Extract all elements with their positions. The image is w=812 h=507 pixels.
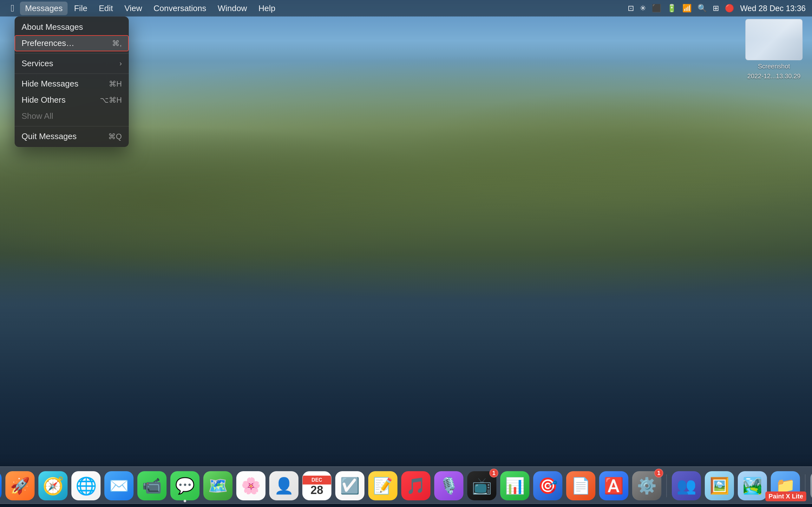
menu-services-label: Services: [21, 59, 119, 68]
menubar-conversations[interactable]: Conversations: [148, 2, 211, 15]
teams-icon: 👥: [676, 476, 696, 495]
dock-icon-keynote[interactable]: 🎯: [533, 471, 562, 500]
dock-icon-numbers[interactable]: 📊: [500, 471, 529, 500]
music-icon: 🎵: [406, 476, 426, 495]
photos2-icon: 🏞️: [743, 476, 762, 495]
appstore-icon: 🅰️: [604, 476, 623, 495]
launchpad-icon: 🚀: [10, 476, 30, 495]
menubar-left:  Messages File Edit View Conversations …: [6, 2, 281, 15]
dock-icon-finder[interactable]: 🔵: [0, 471, 2, 500]
menu-preferences-label: Preferences…: [21, 38, 112, 48]
menubar:  Messages File Edit View Conversations …: [0, 0, 812, 16]
screen-record-icon: ⊡: [628, 4, 634, 13]
mail-icon: ✉️: [109, 476, 129, 495]
menu-about-messages-label: About Messages: [21, 22, 122, 32]
menu-quit-messages-label: Quit Messages: [21, 131, 108, 141]
dock-icon-launchpad[interactable]: 🚀: [5, 471, 35, 500]
menu-preferences[interactable]: Preferences… ⌘,: [14, 35, 129, 51]
photos-icon: 🌸: [241, 476, 261, 495]
dock-icon-teams[interactable]: 👥: [672, 471, 701, 500]
dock-icon-calendar[interactable]: DEC 28: [302, 471, 332, 500]
menubar-view[interactable]: View: [119, 2, 147, 15]
podcasts-icon: 🎙️: [439, 476, 459, 495]
appletv-icon: 📺: [472, 476, 492, 495]
dock-icon-systemprefs[interactable]: ⚙️ 1: [632, 471, 661, 500]
dock: 🔵 🚀 🧭 🌐 ✉️ 📹 💬 🗺️ 🌸 👤: [0, 466, 812, 504]
control-center-icon[interactable]: ⊞: [713, 4, 719, 13]
menu-hide-others-shortcut: ⌥⌘H: [100, 96, 122, 105]
apple-menu[interactable]: : [6, 2, 19, 15]
dock-icon-maps[interactable]: 🗺️: [203, 471, 233, 500]
dock-icon-safari[interactable]: 🧭: [38, 471, 67, 500]
screenshot-preview-image: [745, 19, 803, 60]
calendar-icon: DEC 28: [303, 471, 331, 500]
bluetooth-icon: ✳: [640, 4, 646, 13]
menu-separator-3: [14, 126, 129, 126]
menubar-messages[interactable]: Messages: [20, 2, 68, 15]
dock-container: 🔵 🚀 🧭 🌐 ✉️ 📹 💬 🗺️ 🌸 👤: [0, 466, 812, 504]
dock-icon-preview[interactable]: 🖼️: [705, 471, 734, 500]
menu-hide-messages-shortcut: ⌘H: [109, 79, 122, 89]
menu-preferences-shortcut: ⌘,: [112, 39, 122, 48]
search-icon[interactable]: 🔍: [698, 4, 707, 13]
keynote-icon: 🎯: [538, 476, 558, 495]
numbers-icon: 📊: [505, 476, 525, 495]
menubar-file[interactable]: File: [69, 2, 92, 15]
messages-icon: 💬: [175, 476, 195, 495]
dock-icon-messages[interactable]: 💬: [170, 471, 200, 500]
reminders-icon: ☑️: [340, 476, 360, 495]
dock-separator: [666, 474, 667, 497]
dock-icon-notes[interactable]: 📝: [368, 471, 397, 500]
menu-hide-others[interactable]: Hide Others ⌥⌘H: [14, 92, 129, 108]
menu-hide-messages-label: Hide Messages: [21, 79, 109, 89]
preview-icon: 🖼️: [710, 476, 729, 495]
dock-icon-contacts[interactable]: 👤: [269, 471, 299, 500]
menu-show-all-label: Show All: [21, 111, 122, 121]
paintx-label: Paint X Lite: [765, 492, 806, 501]
systemprefs-badge: 1: [654, 469, 663, 477]
battery-icon: 🔋: [667, 4, 676, 13]
menu-quit-messages[interactable]: Quit Messages ⌘Q: [14, 128, 129, 145]
screenshot-filename-label: Screenshot: [742, 63, 806, 70]
menubar-edit[interactable]: Edit: [94, 2, 118, 15]
menu-hide-others-label: Hide Others: [21, 95, 100, 105]
facetime-icon: 📹: [142, 476, 162, 495]
dock-icon-facetime[interactable]: 📹: [137, 471, 166, 500]
dock-icon-photos2[interactable]: 🏞️: [738, 471, 767, 500]
menubar-clock: Wed 28 Dec 13:36: [740, 4, 806, 13]
dock-icon-chrome[interactable]: 🌐: [71, 471, 101, 500]
menu-separator-2: [14, 73, 129, 74]
safari-icon: 🧭: [43, 476, 64, 496]
screenshot-image-inner: [746, 19, 802, 60]
menubar-right: ⊡ ✳ ⬛ 🔋 📶 🔍 ⊞ 🔴 Wed 28 Dec 13:36: [628, 4, 806, 13]
menubar-help[interactable]: Help: [253, 2, 281, 15]
menu-hide-messages[interactable]: Hide Messages ⌘H: [14, 76, 129, 92]
maps-icon: 🗺️: [208, 476, 228, 495]
dock-icon-music[interactable]: 🎵: [401, 471, 430, 500]
appletv-badge: 1: [490, 469, 498, 477]
menu-show-all: Show All: [14, 108, 129, 124]
dock-icon-podcasts[interactable]: 🎙️: [434, 471, 463, 500]
wifi-icon: 📶: [682, 4, 692, 13]
contacts-icon: 👤: [274, 476, 294, 495]
menu-quit-messages-shortcut: ⌘Q: [108, 132, 122, 141]
siri-icon[interactable]: 🔴: [725, 4, 734, 13]
chrome-icon: 🌐: [75, 476, 97, 496]
display-icon: ⬛: [652, 4, 661, 13]
dock-icon-appstore[interactable]: 🅰️: [599, 471, 628, 500]
dock-icon-mail[interactable]: ✉️: [104, 471, 134, 500]
screenshot-thumbnail[interactable]: Screenshot 2022-12...13.30.29: [742, 19, 806, 80]
dock-icon-pages[interactable]: 📄: [566, 471, 595, 500]
messages-running-dot: [184, 500, 186, 502]
systemprefs-icon: ⚙️: [637, 476, 657, 495]
dock-icon-reminders[interactable]: ☑️: [335, 471, 364, 500]
menu-about-messages[interactable]: About Messages: [14, 19, 129, 35]
menubar-window[interactable]: Window: [212, 2, 252, 15]
dock-icon-appletv[interactable]: 📺 1: [467, 471, 496, 500]
chevron-right-icon: ›: [119, 60, 122, 68]
dock-icon-photos[interactable]: 🌸: [236, 471, 265, 500]
pages-icon: 📄: [571, 476, 591, 495]
dock-icon-trash[interactable]: 🗑️: [810, 471, 812, 500]
screenshot-timestamp-label: 2022-12...13.30.29: [742, 72, 806, 80]
menu-services[interactable]: Services ›: [14, 55, 129, 72]
